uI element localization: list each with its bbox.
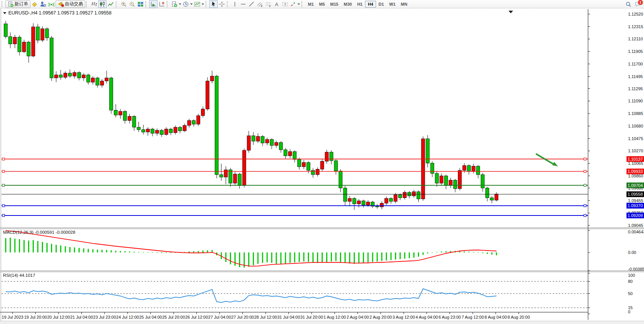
- macd-bar: [51, 244, 52, 252]
- timeframe-m5[interactable]: M5: [316, 1, 327, 8]
- indicators-button[interactable]: [171, 0, 182, 8]
- macd-bar: [482, 252, 483, 253]
- chart-window: 1.125201.123151.121101.119051.117001.114…: [0, 8, 644, 324]
- cursor-button[interactable]: [209, 0, 218, 8]
- navigator-button[interactable]: [39, 0, 47, 8]
- toolbar-grip[interactable]: [2, 1, 4, 7]
- line-anchor[interactable]: [584, 170, 586, 172]
- periods-button[interactable]: [182, 0, 193, 8]
- candle: [123, 112, 127, 121]
- chart-title: EURUSD-,H4 1.09567 1.09573 1.09527 1.095…: [3, 10, 112, 16]
- new-order-button[interactable]: 新订单: [5, 0, 30, 8]
- zoom-in-button[interactable]: [120, 0, 128, 8]
- toolbar-grip[interactable]: [227, 1, 230, 7]
- timeframe-mn[interactable]: MN: [398, 1, 410, 8]
- search-button[interactable]: [624, 0, 633, 8]
- line-anchor[interactable]: [2, 184, 5, 187]
- macd-bar: [299, 252, 300, 262]
- line-chart-button[interactable]: [107, 0, 115, 8]
- line-anchor[interactable]: [584, 214, 586, 217]
- candle: [50, 38, 53, 78]
- toolbar-grip[interactable]: [167, 1, 169, 7]
- templates-button[interactable]: [193, 0, 205, 8]
- price-badge: 1.09933: [626, 169, 644, 174]
- toolbar-grip[interactable]: [145, 1, 148, 7]
- vertical-line-button[interactable]: [231, 0, 239, 8]
- timeframe-d1[interactable]: D1: [376, 1, 387, 8]
- market-watch-button[interactable]: [30, 0, 39, 8]
- candle-chart-button[interactable]: [98, 0, 107, 8]
- line-anchor[interactable]: [2, 158, 5, 160]
- chat-button[interactable]: 1: [635, 1, 641, 7]
- candle: [36, 27, 40, 40]
- date-tick-label: 8 Aug 04:00: [485, 315, 507, 319]
- toolbar-group-4: [171, 0, 205, 8]
- macd-bar: [276, 252, 277, 264]
- candle: [86, 75, 90, 82]
- line-anchor[interactable]: [2, 214, 5, 217]
- chart-canvas[interactable]: 1.125201.123151.121101.119051.117001.114…: [0, 8, 644, 324]
- macd-bar: [152, 252, 153, 253]
- timeframe-m1[interactable]: M1: [305, 1, 316, 8]
- hline-icon: [240, 1, 246, 7]
- text-label-button[interactable]: T: [281, 0, 289, 8]
- candle: [91, 78, 94, 82]
- toolbar-grip[interactable]: [86, 1, 89, 7]
- date-tick-label: 2 Aug 20:00: [370, 315, 392, 319]
- zoom-out-button[interactable]: [128, 0, 136, 8]
- auto-scroll-button[interactable]: [149, 0, 158, 8]
- line-anchor[interactable]: [584, 158, 586, 160]
- candle: [366, 202, 370, 205]
- tile-windows-button[interactable]: [136, 0, 145, 8]
- candle: [215, 76, 218, 175]
- macd-bar: [303, 252, 304, 262]
- candle: [197, 116, 200, 124]
- signals-button[interactable]: [47, 0, 56, 8]
- chart-shift-button[interactable]: [158, 0, 166, 8]
- macd-bar: [33, 240, 34, 252]
- macd-bar: [459, 251, 460, 252]
- chevron-down-icon: [202, 3, 204, 5]
- date-tick-label: 31 Jul 04:00: [277, 315, 300, 319]
- timeframe-h4[interactable]: H4: [365, 1, 376, 8]
- date-tick-label: 19 Jul 20:00: [24, 315, 47, 319]
- bar-chart-button[interactable]: [90, 0, 98, 8]
- crosshair-button[interactable]: [218, 0, 226, 8]
- timeframe-m30[interactable]: M30: [341, 1, 354, 8]
- timeframe-w1[interactable]: W1: [387, 1, 399, 8]
- macd-bar: [239, 252, 240, 267]
- toolbar-grip[interactable]: [206, 1, 208, 7]
- svg-text:A: A: [275, 1, 279, 7]
- line-anchor[interactable]: [584, 204, 586, 207]
- timeframe-m15[interactable]: M15: [328, 1, 341, 8]
- new-order-icon: [8, 1, 14, 7]
- chevron-down-icon: [179, 3, 181, 5]
- macd-bar: [386, 252, 387, 260]
- horizontal-line-button[interactable]: [239, 0, 247, 8]
- candle: [64, 73, 67, 77]
- text-button[interactable]: A: [273, 0, 281, 8]
- toolbar-group-5: [209, 0, 226, 8]
- clock-icon: [183, 1, 189, 7]
- line-anchor[interactable]: [2, 170, 5, 172]
- signal-icon: [48, 1, 54, 7]
- arrows-button[interactable]: [289, 0, 301, 8]
- line-anchor[interactable]: [2, 204, 5, 207]
- chevron-down-icon: [190, 3, 193, 5]
- macd-bar: [469, 252, 470, 252]
- label-icon: T: [282, 1, 288, 7]
- toolbar-grip[interactable]: [116, 1, 118, 7]
- equidistant-channel-button[interactable]: E: [256, 0, 264, 8]
- text-icon: A: [274, 1, 280, 7]
- macd-bar: [156, 252, 158, 253]
- auto-trading-button[interactable]: 自动交易: [56, 0, 85, 8]
- candle: [220, 175, 223, 177]
- trendline-button[interactable]: [247, 0, 256, 8]
- rsi-axis-label: 100: [628, 273, 635, 278]
- timeframe-h1[interactable]: H1: [354, 1, 365, 8]
- toolbar-grip[interactable]: [301, 1, 304, 7]
- macd-bar: [166, 252, 167, 253]
- candle: [142, 130, 145, 132]
- fibonacci-button[interactable]: F: [264, 0, 273, 8]
- line-anchor[interactable]: [584, 184, 586, 187]
